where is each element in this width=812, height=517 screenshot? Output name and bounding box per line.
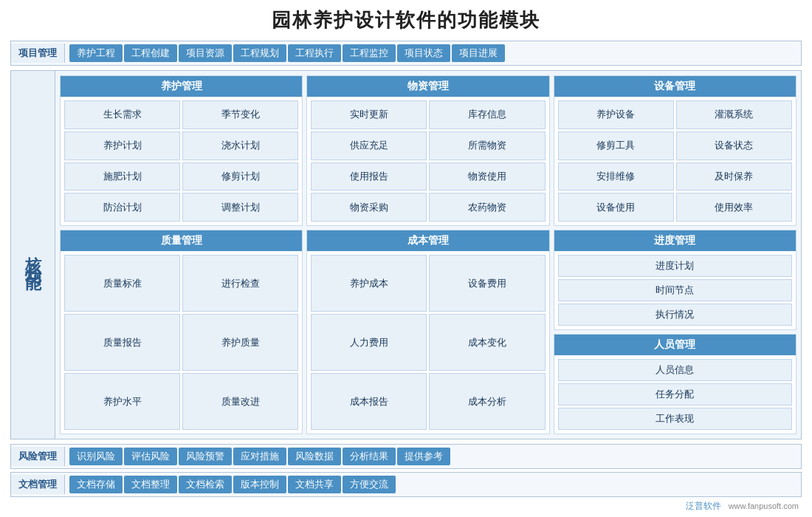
cell-wuzi-body-6[interactable]: 物资采购 bbox=[311, 193, 427, 222]
cell-yanghu-body-7[interactable]: 调整计划 bbox=[182, 193, 298, 222]
module-zhiliang-header: 质量管理 bbox=[61, 230, 302, 251]
doc-bar-item-0[interactable]: 文档存储 bbox=[69, 476, 123, 493]
cell-chengben-body-3[interactable]: 成本变化 bbox=[429, 314, 545, 371]
cell-yanghu-body-5[interactable]: 修剪计划 bbox=[182, 162, 298, 191]
top-bar-item-3[interactable]: 工程规划 bbox=[233, 44, 286, 62]
module-wuzi-body: 实时更新库存信息供应充足所需物资使用报告物资使用物资采购农药物资 bbox=[307, 97, 548, 225]
module-yanghu: 养护管理 生长需求季节变化养护计划浇水计划施肥计划修剪计划防治计划调整计划 bbox=[60, 75, 303, 226]
cell-wuzi-body-1[interactable]: 库存信息 bbox=[429, 100, 545, 129]
page-wrapper: 园林养护设计软件的功能模块 项目管理 养护工程工程创建项目资源工程规划工程执行工… bbox=[0, 0, 812, 517]
module-chengben-header: 成本管理 bbox=[307, 230, 548, 251]
module-jindu-body: 进度计划时间节点执行情况 bbox=[554, 251, 796, 329]
module-yanghu-header: 养护管理 bbox=[61, 76, 302, 97]
cell-wuzi-body-5[interactable]: 物资使用 bbox=[429, 162, 545, 191]
doc-bar-label: 文档管理 bbox=[11, 475, 65, 494]
risk-bar-item-6[interactable]: 提供参考 bbox=[397, 448, 450, 465]
module-shebei: 设备管理 养护设备灌溉系统修剪工具设备状态安排维修及时保养设备使用使用效率 bbox=[554, 75, 796, 226]
modules-grid: 养护管理 生长需求季节变化养护计划浇水计划施肥计划修剪计划防治计划调整计划 物资… bbox=[55, 71, 801, 439]
top-bar-label: 项目管理 bbox=[11, 44, 65, 63]
cell-shebei-body-1[interactable]: 灌溉系统 bbox=[676, 100, 792, 129]
cell-jindu-body-2[interactable]: 执行情况 bbox=[558, 304, 792, 326]
risk-bar-item-2[interactable]: 风险预警 bbox=[179, 448, 232, 465]
risk-bar-items: 识别风险评估风险风险预警应对措施风险数据分析结果提供参考 bbox=[65, 446, 455, 467]
module-chengben-body: 养护成本设备费用人力费用成本变化成本报告成本分析 bbox=[307, 251, 548, 434]
cell-zhiliang-body-0[interactable]: 质量标准 bbox=[64, 255, 180, 312]
module-zhiliang: 质量管理 质量标准进行检查质量报告养护质量养护水平质量改进 bbox=[60, 230, 303, 434]
cell-yanghu-body-2[interactable]: 养护计划 bbox=[64, 131, 180, 160]
cell-wuzi-body-3[interactable]: 所需物资 bbox=[429, 131, 545, 160]
cell-zhiliang-body-5[interactable]: 质量改进 bbox=[182, 373, 298, 430]
risk-bar-label: 风险管理 bbox=[11, 447, 65, 466]
cell-renyuan-body-1[interactable]: 任务分配 bbox=[558, 383, 792, 405]
watermark-brand: 泛普软件 bbox=[686, 501, 721, 511]
top-bar-item-6[interactable]: 项目状态 bbox=[397, 44, 450, 62]
cell-shebei-body-0[interactable]: 养护设备 bbox=[558, 100, 674, 129]
risk-bar-item-5[interactable]: 分析结果 bbox=[343, 448, 396, 465]
cell-chengben-body-4[interactable]: 成本报告 bbox=[311, 373, 427, 430]
doc-bar-item-4[interactable]: 文档共享 bbox=[288, 476, 341, 493]
module-jindu: 进度管理 进度计划时间节点执行情况 bbox=[554, 230, 796, 330]
module-wuzi: 物资管理 实时更新库存信息供应充足所需物资使用报告物资使用物资采购农药物资 bbox=[306, 75, 549, 226]
cell-wuzi-body-2[interactable]: 供应充足 bbox=[311, 131, 427, 160]
module-wuzi-header: 物资管理 bbox=[307, 76, 548, 97]
watermark: 泛普软件 www.fanpusoft.com bbox=[10, 500, 802, 513]
module-chengben: 成本管理 养护成本设备费用人力费用成本变化成本报告成本分析 bbox=[306, 230, 549, 434]
watermark-url: www.fanpusoft.com bbox=[729, 501, 799, 510]
cell-zhiliang-body-1[interactable]: 进行检查 bbox=[182, 255, 298, 312]
doc-bar-items: 文档存储文档整理文档检索版本控制文档共享方便交流 bbox=[65, 474, 400, 495]
cell-shebei-body-5[interactable]: 及时保养 bbox=[676, 162, 792, 191]
cell-yanghu-body-3[interactable]: 浇水计划 bbox=[182, 131, 298, 160]
cell-wuzi-body-4[interactable]: 使用报告 bbox=[311, 162, 427, 191]
cell-wuzi-body-0[interactable]: 实时更新 bbox=[311, 100, 427, 129]
top-bar: 项目管理 养护工程工程创建项目资源工程规划工程执行工程监控项目状态项目进展 bbox=[10, 41, 802, 66]
doc-bar-item-5[interactable]: 方便交流 bbox=[343, 476, 396, 493]
module-zhiliang-body: 质量标准进行检查质量报告养护质量养护水平质量改进 bbox=[61, 251, 302, 434]
main-area: 核心功能 养护管理 生长需求季节变化养护计划浇水计划施肥计划修剪计划防治计划调整… bbox=[10, 70, 802, 439]
doc-bar: 文档管理 文档存储文档整理文档检索版本控制文档共享方便交流 bbox=[10, 472, 802, 497]
cell-shebei-body-2[interactable]: 修剪工具 bbox=[558, 131, 674, 160]
cell-shebei-body-6[interactable]: 设备使用 bbox=[558, 193, 674, 222]
doc-bar-item-3[interactable]: 版本控制 bbox=[233, 476, 286, 493]
cell-yanghu-body-6[interactable]: 防治计划 bbox=[64, 193, 180, 222]
top-bar-item-4[interactable]: 工程执行 bbox=[288, 44, 341, 62]
cell-jindu-body-0[interactable]: 进度计划 bbox=[558, 255, 792, 277]
module-yanghu-body: 生长需求季节变化养护计划浇水计划施肥计划修剪计划防治计划调整计划 bbox=[61, 97, 302, 225]
top-bar-item-1[interactable]: 工程创建 bbox=[124, 44, 177, 62]
right-bottom-col: 进度管理 进度计划时间节点执行情况 人员管理 人员信息任务分配工作表现 bbox=[554, 230, 796, 434]
top-bar-item-2[interactable]: 项目资源 bbox=[179, 44, 232, 62]
top-bar-items: 养护工程工程创建项目资源工程规划工程执行工程监控项目状态项目进展 bbox=[65, 43, 509, 64]
cell-jindu-body-1[interactable]: 时间节点 bbox=[558, 279, 792, 301]
cell-renyuan-body-2[interactable]: 工作表现 bbox=[558, 408, 792, 430]
cell-chengben-body-0[interactable]: 养护成本 bbox=[311, 255, 427, 312]
risk-bar-item-4[interactable]: 风险数据 bbox=[288, 448, 341, 465]
cell-chengben-body-1[interactable]: 设备费用 bbox=[429, 255, 545, 312]
core-label: 核心功能 bbox=[11, 71, 55, 439]
cell-yanghu-body-4[interactable]: 施肥计划 bbox=[64, 162, 180, 191]
top-bar-item-7[interactable]: 项目进展 bbox=[452, 44, 505, 62]
cell-zhiliang-body-4[interactable]: 养护水平 bbox=[64, 373, 180, 430]
top-bar-item-0[interactable]: 养护工程 bbox=[69, 44, 123, 62]
risk-bar-item-0[interactable]: 识别风险 bbox=[69, 448, 123, 465]
cell-yanghu-body-1[interactable]: 季节变化 bbox=[182, 100, 298, 129]
cell-shebei-body-3[interactable]: 设备状态 bbox=[676, 131, 792, 160]
page-title: 园林养护设计软件的功能模块 bbox=[10, 7, 802, 33]
cell-wuzi-body-7[interactable]: 农药物资 bbox=[429, 193, 545, 222]
cell-chengben-body-2[interactable]: 人力费用 bbox=[311, 314, 427, 371]
module-renyuan: 人员管理 人员信息任务分配工作表现 bbox=[554, 334, 796, 434]
cell-yanghu-body-0[interactable]: 生长需求 bbox=[64, 100, 180, 129]
module-shebei-body: 养护设备灌溉系统修剪工具设备状态安排维修及时保养设备使用使用效率 bbox=[554, 97, 796, 225]
module-renyuan-body: 人员信息任务分配工作表现 bbox=[554, 355, 796, 434]
doc-bar-item-2[interactable]: 文档检索 bbox=[179, 476, 232, 493]
cell-zhiliang-body-3[interactable]: 养护质量 bbox=[182, 314, 298, 371]
doc-bar-item-1[interactable]: 文档整理 bbox=[124, 476, 177, 493]
cell-chengben-body-5[interactable]: 成本分析 bbox=[429, 373, 545, 430]
risk-bar-item-1[interactable]: 评估风险 bbox=[124, 448, 177, 465]
module-jindu-header: 进度管理 bbox=[554, 230, 796, 251]
cell-shebei-body-7[interactable]: 使用效率 bbox=[676, 193, 792, 222]
cell-shebei-body-4[interactable]: 安排维修 bbox=[558, 162, 674, 191]
top-bar-item-5[interactable]: 工程监控 bbox=[343, 44, 396, 62]
module-shebei-header: 设备管理 bbox=[554, 76, 796, 97]
cell-zhiliang-body-2[interactable]: 质量报告 bbox=[64, 314, 180, 371]
cell-renyuan-body-0[interactable]: 人员信息 bbox=[558, 359, 792, 381]
risk-bar-item-3[interactable]: 应对措施 bbox=[233, 448, 286, 465]
